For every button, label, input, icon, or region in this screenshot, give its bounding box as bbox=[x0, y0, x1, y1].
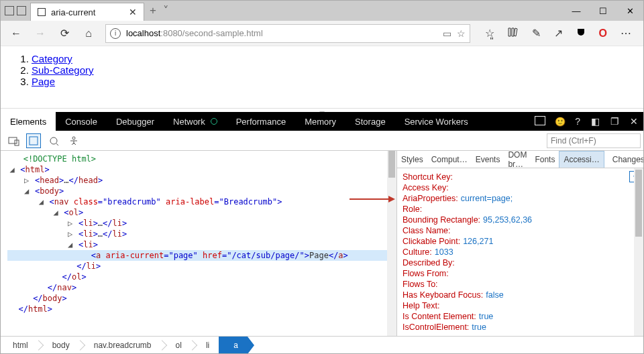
crumb-nav[interactable]: nav.breadcrumb bbox=[79, 337, 161, 353]
dom-scrollbar[interactable] bbox=[387, 151, 396, 336]
side-tabs: Styles Comput… Events DOM br… Fonts Acce… bbox=[397, 151, 643, 168]
device-emulation-icon[interactable] bbox=[6, 133, 21, 148]
devtab-network[interactable]: Network bbox=[164, 112, 227, 131]
find-input[interactable]: Find (Ctrl+F) bbox=[547, 133, 641, 148]
opera-icon[interactable]: O bbox=[599, 27, 607, 40]
site-info-icon[interactable]: i bbox=[110, 28, 121, 39]
notes-icon[interactable]: ✎ bbox=[532, 27, 541, 40]
tabs-overview-icon[interactable] bbox=[5, 6, 14, 15]
crumb-li[interactable]: li bbox=[191, 337, 219, 353]
side-tab-dom[interactable]: DOM br… bbox=[504, 151, 531, 168]
side-scrollbar[interactable] bbox=[634, 168, 643, 336]
url-bar: ← → ⟳ ⌂ i localhost:8080/second-sample.h… bbox=[1, 21, 643, 46]
crumb-ol[interactable]: ol bbox=[161, 337, 191, 353]
side-tab-styles[interactable]: Styles bbox=[397, 151, 427, 168]
forward-button[interactable]: → bbox=[30, 24, 50, 43]
devtab-elements[interactable]: Elements bbox=[1, 112, 56, 131]
favorite-icon[interactable]: ☆ bbox=[457, 28, 466, 39]
side-tab-computed[interactable]: Comput… bbox=[427, 151, 472, 168]
refresh-button[interactable]: ⟳ bbox=[54, 24, 74, 43]
side-tab-fonts[interactable]: Fonts bbox=[531, 151, 559, 168]
undock-icon[interactable]: ❐ bbox=[605, 116, 625, 127]
side-tab-accessibility[interactable]: Accessi… bbox=[559, 151, 604, 168]
devtab-memory[interactable]: Memory bbox=[295, 112, 345, 131]
share-icon[interactable]: ↗ bbox=[554, 27, 563, 40]
page-content: Category Sub-Category Page bbox=[1, 46, 643, 108]
side-tab-changes[interactable]: Changes bbox=[608, 151, 643, 168]
select-element-icon[interactable] bbox=[26, 133, 41, 148]
page-link-subcategory[interactable]: Sub-Category bbox=[32, 64, 94, 76]
devtools-tabbar: Elements Console Debugger Network Perfor… bbox=[1, 112, 643, 131]
feedback-icon[interactable]: 🙂 bbox=[551, 117, 570, 127]
window-close-button[interactable]: ✕ bbox=[616, 1, 643, 21]
devtab-performance[interactable]: Performance bbox=[227, 112, 295, 131]
tab-chevron-icon[interactable]: ˅ bbox=[163, 4, 169, 18]
page-link-category[interactable]: Category bbox=[32, 53, 72, 64]
home-button[interactable]: ⌂ bbox=[78, 24, 99, 43]
url-text: localhost:8080/second-sample.html bbox=[126, 28, 437, 38]
dom-tree-panel[interactable]: <!DOCTYPE html> ◢ <html> ▷ <head>…</head… bbox=[1, 151, 396, 336]
address-box[interactable]: i localhost:8080/second-sample.html ▭ ☆ bbox=[105, 24, 470, 43]
browser-tab[interactable]: aria-current ✕ bbox=[30, 3, 144, 21]
window-maximize-button[interactable]: ☐ bbox=[590, 1, 616, 21]
reading-list-icon[interactable] bbox=[508, 27, 519, 40]
svg-point-3 bbox=[50, 137, 57, 144]
dom-breadcrumb-bar: html body nav.breadcrumb ol li a bbox=[1, 336, 643, 353]
window-titlebar: aria-current ✕ + ˅ — ☐ ✕ bbox=[1, 1, 643, 21]
reading-view-icon[interactable]: ▭ bbox=[443, 28, 451, 39]
crumb-html[interactable]: html bbox=[1, 337, 38, 353]
crumb-body[interactable]: body bbox=[38, 337, 79, 353]
color-picker-icon[interactable] bbox=[46, 133, 61, 148]
crumb-a[interactable]: a bbox=[219, 337, 248, 353]
side-panel: Styles Comput… Events DOM br… Fonts Acce… bbox=[396, 151, 643, 336]
tab-close-icon[interactable]: ✕ bbox=[129, 7, 137, 17]
console-pin-icon[interactable] bbox=[529, 116, 551, 127]
page-link-page[interactable]: Page bbox=[32, 76, 55, 87]
fav-list-icon[interactable]: ☆͈ bbox=[485, 27, 494, 40]
new-tab-icon[interactable]: + bbox=[150, 4, 156, 17]
devtab-debugger[interactable]: Debugger bbox=[107, 112, 164, 131]
more-icon[interactable]: ⋯ bbox=[621, 27, 631, 40]
devtab-storage[interactable]: Storage bbox=[345, 112, 395, 131]
svg-rect-2 bbox=[30, 137, 38, 145]
page-icon bbox=[38, 8, 46, 16]
svg-line-4 bbox=[56, 143, 58, 145]
tab-title: aria-current bbox=[51, 7, 123, 17]
accessibility-body[interactable]: ▾ Shortcut Key: Access Key: AriaProperti… bbox=[397, 168, 643, 336]
back-button[interactable]: ← bbox=[6, 24, 26, 43]
window-minimize-button[interactable]: — bbox=[563, 1, 590, 21]
devtab-console[interactable]: Console bbox=[56, 112, 107, 131]
set-aside-tabs-icon[interactable] bbox=[17, 6, 26, 15]
dock-icon[interactable]: ◧ bbox=[586, 116, 605, 127]
accessibility-tree-icon[interactable] bbox=[66, 133, 81, 148]
side-tab-events[interactable]: Events bbox=[472, 151, 504, 168]
svg-point-5 bbox=[72, 137, 75, 139]
pocket-icon[interactable] bbox=[576, 27, 586, 40]
devtools-close-icon[interactable]: ✕ bbox=[625, 116, 643, 127]
devtab-service-workers[interactable]: Service Workers bbox=[395, 112, 478, 131]
help-icon[interactable]: ? bbox=[570, 116, 586, 127]
elements-toolbar: Find (Ctrl+F) bbox=[1, 131, 643, 151]
